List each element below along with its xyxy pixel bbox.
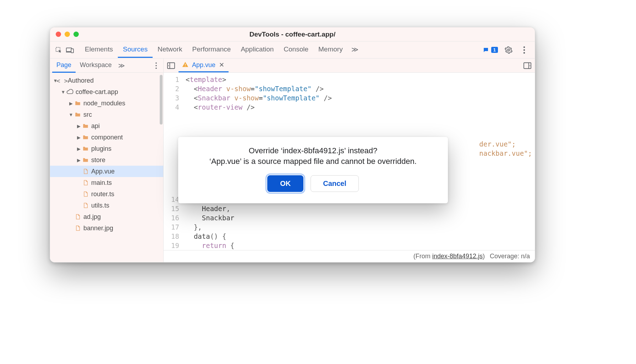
chevron-right-icon[interactable]: ▶ [76,135,81,140]
svg-point-4 [508,49,510,51]
navigator-tab-page[interactable]: Page [52,59,76,73]
folder-icon [74,100,81,107]
file-icon [74,225,81,232]
navigator-more-options-icon[interactable] [151,61,161,71]
folder-icon [82,122,89,129]
minimize-window-button[interactable] [65,32,70,37]
tree-item-utils-ts[interactable]: ▶utils.ts [50,200,163,211]
tree-item-app-vue[interactable]: ▶App.vue [50,166,163,177]
chevron-right-icon[interactable]: ▶ [76,146,81,151]
panel-tab-elements[interactable]: Elements [80,42,118,58]
file-icon [82,179,89,186]
tree-item-label: banner.jpg [83,225,113,232]
chevron-down-icon[interactable]: ▼ [68,112,73,117]
cloud-icon [66,88,73,95]
tree-item-store[interactable]: ▶store [50,154,163,166]
cancel-button[interactable]: Cancel [311,175,359,192]
panel-tab-application[interactable]: Application [236,42,279,58]
chevron-right-icon[interactable]: ▶ [68,101,73,106]
chevron-down-icon[interactable]: ▼ [61,89,66,95]
warning-icon [182,61,189,68]
authored-icon: < > [59,77,66,84]
svg-rect-3 [71,49,73,53]
navigator-tabs: PageWorkspace ≫ [50,59,163,73]
close-window-button[interactable] [56,32,61,37]
tree-item-node_modules[interactable]: ▶node_modules [50,98,163,109]
tree-item-label: main.ts [91,179,112,187]
dialog-message: ‘App.vue’ is a source mapped file and ca… [188,157,438,166]
tree-item-router-ts[interactable]: ▶router.ts [50,188,163,200]
issues-button[interactable]: 1 [483,47,498,53]
inspect-element-icon[interactable] [54,45,64,55]
tree-item-label: App.vue [91,168,115,175]
tree-item-label: plugins [91,145,111,153]
main-toolbar: ElementsSourcesNetworkPerformanceApplica… [50,42,535,59]
navigator-overflow-button[interactable]: ≫ [118,62,125,70]
tree-item-coffee-cart-app[interactable]: ▼coffee-cart.app [50,86,163,98]
tree-item-src[interactable]: ▼src [50,109,163,120]
window-title: DevTools - coffee-cart.app/ [250,31,335,38]
panel-tab-performance[interactable]: Performance [187,42,236,58]
source-mapped-from: (From index-8bfa4912.js) [413,253,485,260]
file-tab-app-vue[interactable]: App.vue ✕ [179,59,229,72]
panel-tabs: ElementsSourcesNetworkPerformanceApplica… [80,42,348,58]
code-partial-line-8: der.vue"; [479,139,532,149]
more-options-icon[interactable] [519,45,529,55]
tree-item-label: utils.ts [91,202,109,209]
chevron-right-icon[interactable]: ▶ [76,123,81,129]
svg-rect-13 [185,64,186,66]
navigator-panel: PageWorkspace ≫ ▼< >Authored▼coffee-cart… [50,59,164,262]
titlebar: DevTools - coffee-cart.app/ [50,27,535,42]
overflow-tabs-button[interactable]: ≫ [349,42,361,58]
tree-item-component[interactable]: ▶component [50,132,163,143]
tree-item-label: coffee-cart.app [76,88,118,96]
file-icon [82,191,89,198]
code-partial-line-9: nackbar.vue"; [479,149,532,158]
tree-item-label: router.ts [91,191,114,198]
tree-item-banner-jpg[interactable]: ▶banner.jpg [50,222,163,234]
folder-icon [82,145,89,152]
source-map-link[interactable]: index-8bfa4912.js [432,253,483,260]
coverage-status: Coverage: n/a [490,253,530,260]
svg-point-10 [155,67,157,69]
tree-item-label: node_modules [83,100,125,107]
panel-tab-console[interactable]: Console [279,42,313,58]
svg-point-5 [523,46,525,48]
close-tab-icon[interactable]: ✕ [218,61,225,69]
chevron-right-icon[interactable]: ▶ [76,158,81,163]
folder-icon [82,156,89,164]
ok-button[interactable]: OK [267,175,303,192]
folder-icon [82,134,89,141]
svg-point-8 [155,62,157,64]
issues-count: 1 [491,47,498,53]
tree-item-main-ts[interactable]: ▶main.ts [50,177,163,188]
panel-tab-network[interactable]: Network [153,42,187,58]
file-tab-label: App.vue [192,61,215,69]
panel-tab-memory[interactable]: Memory [313,42,348,58]
tree-item-label: Authored [68,77,94,84]
navigator-tab-workspace[interactable]: Workspace [76,59,116,73]
toggle-debugger-icon[interactable] [523,61,532,70]
tree-item-plugins[interactable]: ▶plugins [50,143,163,154]
file-icon [82,202,89,209]
zoom-window-button[interactable] [73,32,79,37]
file-tab-bar: App.vue ✕ [164,59,535,73]
panel-tab-sources[interactable]: Sources [118,42,153,58]
tree-item-authored[interactable]: ▼< >Authored [50,75,163,86]
folder-icon [74,111,81,118]
file-tree[interactable]: ▼< >Authored▼coffee-cart.app▶node_module… [50,73,163,262]
tree-item-label: src [83,111,92,118]
tree-item-ad-jpg[interactable]: ▶ad.jpg [50,211,163,222]
settings-icon[interactable] [504,45,514,55]
file-icon [74,213,81,220]
scrollbar-thumb[interactable] [160,75,163,125]
tree-item-label: component [91,134,123,141]
dialog-title: Override ‘index-8bfa4912.js’ instead? [188,146,438,155]
traffic-lights [56,32,79,37]
svg-point-7 [523,52,525,53]
device-toolbar-icon[interactable] [65,45,75,55]
toggle-navigator-icon[interactable] [166,61,176,70]
tree-item-api[interactable]: ▶api [50,120,163,132]
svg-point-6 [523,49,525,50]
editor-statusbar: (From index-8bfa4912.js) Coverage: n/a [164,250,535,262]
